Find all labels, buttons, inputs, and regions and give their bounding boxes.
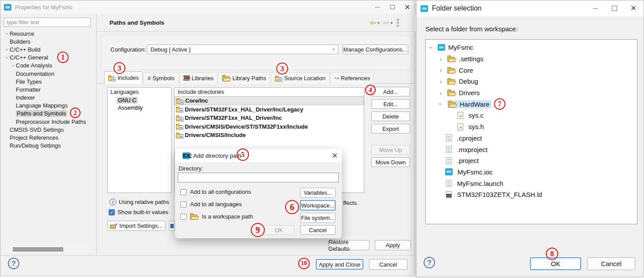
include-dir-row[interactable]: Drivers/STM32F1xx_HAL_Driver/Inc/Legacy (175, 105, 364, 114)
cancel-button[interactable]: Cancel (587, 257, 635, 270)
include-folder-icon (176, 115, 183, 121)
workspace-button[interactable]: Workspace... (300, 200, 336, 211)
edit-button[interactable]: Edit... (371, 99, 410, 109)
tree-item-file-types[interactable]: File Types (4, 78, 95, 85)
tree-item-formatter[interactable]: Formatter (4, 85, 95, 93)
show-builtin-checkbox[interactable]: ✓ (109, 209, 115, 215)
tree-item-mxproject[interactable]: .mxproject (426, 144, 637, 155)
directory-input[interactable] (178, 173, 339, 182)
tab-library-paths[interactable]: Library Paths (218, 72, 270, 84)
tree-item-sys-c[interactable]: sys.c (426, 110, 637, 121)
tree-item-sys-h[interactable]: sys.h (426, 121, 637, 133)
add-button[interactable]: Add... (371, 87, 410, 96)
maximize-button[interactable] (385, 0, 400, 14)
tab-references[interactable]: ↪ References (330, 72, 374, 84)
back-arrow-icon[interactable]: ⇦ (370, 19, 376, 27)
tree-item-project-references[interactable]: Project References (4, 133, 95, 141)
tree-item-builders[interactable]: Builders (4, 37, 95, 45)
tree-item-run-debug-settings[interactable]: Run/Debug Settings (4, 142, 95, 150)
tree-item-settings[interactable]: .settings (426, 53, 637, 65)
includes-icon (108, 75, 116, 81)
tree-item-cmsis-svd-settings[interactable]: CMSIS-SVD Settings (4, 126, 95, 133)
folder-prompt: Select a folder from workspace: (425, 25, 518, 33)
tab-includes[interactable]: Includes (104, 71, 143, 84)
chevron-down-icon (4, 56, 10, 60)
variables-button[interactable]: Variables... (300, 188, 336, 198)
tab-libraries[interactable]: Libraries (179, 72, 218, 84)
cubemx-file-icon (445, 168, 453, 175)
tree-item-hardware[interactable]: HardWare (426, 98, 637, 110)
dialog-ok-button[interactable]: OK (263, 225, 294, 235)
forward-caret-icon[interactable]: ▾ (391, 21, 393, 25)
minimize-button[interactable] (370, 0, 385, 14)
add-all-configs-checkbox[interactable] (180, 189, 187, 195)
delete-button[interactable]: Delete (371, 111, 410, 121)
tree-item-myfsmc-ioc[interactable]: MyFsmc.ioc (426, 167, 637, 178)
maximize-button[interactable] (605, 0, 624, 16)
cancel-button[interactable]: Cancel (369, 259, 407, 270)
relative-paths-info-tail: ffects. (343, 200, 358, 206)
view-menu-icon[interactable] (397, 19, 399, 27)
filter-input[interactable] (4, 18, 91, 27)
apply-button[interactable]: Apply (375, 240, 411, 250)
tree-item-project[interactable]: .project (426, 155, 637, 167)
chevron-right-icon (437, 89, 444, 96)
minimize-button[interactable] (585, 0, 605, 16)
tree-item-code-analysis[interactable]: Code Analysis (4, 62, 95, 70)
tree-item-documentation[interactable]: Documentation (4, 70, 95, 78)
forward-arrow-icon[interactable]: ⇨ (383, 19, 389, 27)
move-down-button[interactable]: Move Down (371, 157, 410, 167)
configuration-select[interactable]: Debug [ Active ] ▾ (147, 44, 338, 54)
tree-item-indexer[interactable]: Indexer (4, 94, 95, 102)
close-button[interactable] (400, 0, 415, 14)
tree-item-preprocessor-include-paths[interactable]: Preprocessor Include Paths (4, 118, 95, 126)
dialog-cancel-button[interactable]: Cancel (300, 225, 336, 235)
tree-item-myfsmc-launch[interactable]: MyFsmc.launch (426, 178, 637, 189)
add-all-languages-checkbox[interactable] (180, 201, 187, 208)
app-icon (183, 152, 190, 159)
tree-item-cpp-build[interactable]: C/C++ Build (4, 45, 95, 53)
import-settings-button[interactable]: Import Settings... (107, 221, 165, 231)
workspace-path-checkbox[interactable] (180, 214, 187, 220)
back-caret-icon[interactable]: ▾ (377, 21, 380, 25)
export-button[interactable]: Export (371, 124, 410, 133)
tree-item-myfsmc[interactable]: MyFsmc (426, 42, 637, 53)
tree-item-cpp-general[interactable]: C/C++ General (4, 54, 95, 62)
help-icon[interactable]: ? (424, 257, 435, 268)
include-dir-row[interactable]: Drivers/CMSIS/Include (175, 131, 364, 140)
panel-divider[interactable] (96, 14, 97, 255)
move-up-button[interactable]: Move Up (371, 145, 410, 155)
annotation-circle-4: 4 (365, 85, 376, 95)
tree-item-core[interactable]: Core (426, 64, 637, 76)
include-dir-row[interactable]: Core/Inc (175, 96, 364, 105)
tab-symbols[interactable]: # Symbols (143, 72, 178, 84)
tree-item-drivers[interactable]: Drivers (426, 87, 637, 99)
manage-configurations-button[interactable]: Manage Configurations... (342, 44, 408, 54)
linker-script-icon (446, 191, 452, 198)
annotation-circle-6: 6 (285, 200, 299, 214)
tree-item-resource[interactable]: Resource (4, 30, 95, 37)
restore-defaults-button[interactable]: Restore Defaults (328, 240, 370, 250)
apply-and-close-button[interactable]: Apply and Close (316, 259, 363, 270)
include-dir-row[interactable]: Drivers/CMSIS/Device/ST/STM32F1xx/Includ… (175, 122, 364, 131)
export-settings-button-partial[interactable] (169, 221, 175, 231)
language-assembly[interactable]: Assembly (117, 104, 144, 111)
add-directory-titlebar: Add directory path (175, 149, 342, 162)
dialog-close-button[interactable] (332, 153, 337, 158)
dialog-title: Add directory path (193, 152, 242, 159)
ok-button[interactable]: OK (530, 257, 581, 270)
annotation-circle-2: 2 (70, 107, 80, 118)
tree-item-paths-and-symbols[interactable]: Paths and Symbols (4, 110, 95, 118)
tree-item-flash-ld[interactable]: STM32F103ZETX_FLASH.ld (426, 189, 637, 200)
tree-item-cproject[interactable]: .cproject (426, 133, 637, 144)
tree-item-debug[interactable]: Debug (426, 76, 637, 87)
help-icon[interactable]: ? (8, 258, 19, 269)
include-dir-row[interactable]: Drivers/STM32F1xx_HAL_Driver/Inc (175, 114, 364, 122)
tab-bar: Includes # Symbols Libraries Library Pat… (104, 71, 374, 84)
language-gnu-c[interactable]: GNU C (117, 97, 138, 104)
close-button[interactable] (624, 0, 644, 16)
file-system-button[interactable]: File system... (300, 213, 336, 223)
tree-item-language-mappings[interactable]: Language Mappings (4, 102, 95, 110)
project-icon (438, 44, 445, 51)
horizontal-scrollbar-thumb[interactable] (13, 247, 63, 252)
